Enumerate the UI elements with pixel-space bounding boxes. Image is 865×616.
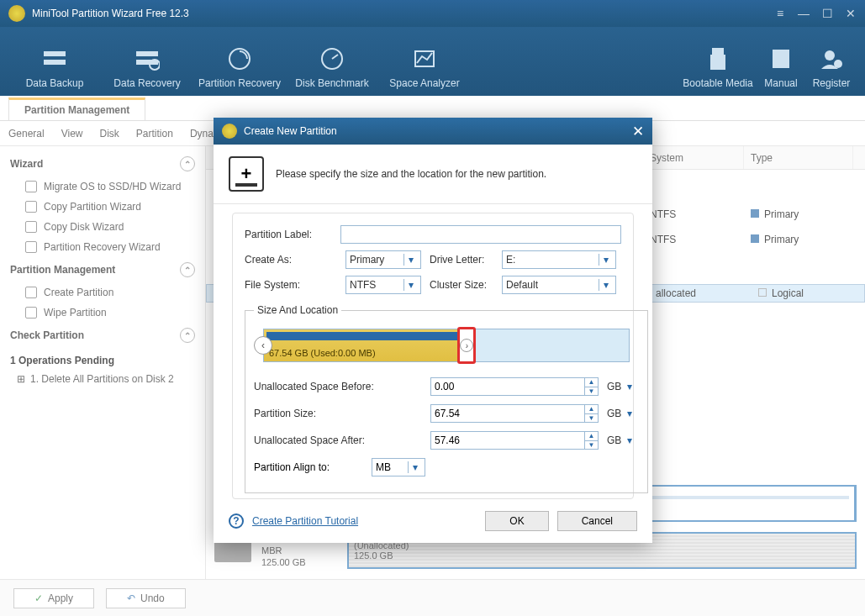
unit-dropdown[interactable]: ▾ <box>627 381 639 392</box>
tool-data-backup[interactable]: Data Backup <box>8 45 101 89</box>
svg-rect-0 <box>44 51 66 56</box>
svg-rect-10 <box>710 55 725 70</box>
svg-line-7 <box>332 55 338 59</box>
align-select[interactable]: MB▾ <box>372 458 425 476</box>
partition-size-input[interactable]: ▲▼ <box>430 404 599 423</box>
chevron-down-icon: ▾ <box>403 254 417 266</box>
titlebar: MiniTool Partition Wizard Free 12.3 ≡ — … <box>0 0 865 27</box>
backup-icon <box>41 45 68 72</box>
ok-button[interactable]: OK <box>485 511 548 531</box>
analyzer-icon <box>411 45 438 72</box>
dialog-title: Create New Partition <box>244 125 337 137</box>
label-align: Partition Align to: <box>254 461 372 473</box>
cancel-button[interactable]: Cancel <box>557 511 637 531</box>
svg-rect-2 <box>136 51 158 56</box>
minimize-button[interactable]: — <box>798 8 810 19</box>
spin-down-icon[interactable]: ▼ <box>585 387 598 396</box>
dialog-titlebar: Create New Partition ✕ <box>214 118 652 145</box>
slider-fill: 67.54 GB (Used:0.00 MB) <box>264 329 461 361</box>
chevron-down-icon: ▾ <box>599 254 612 266</box>
dialog-subtitle: Please specify the size and the location… <box>276 168 546 180</box>
tool-manual[interactable]: Manual <box>756 45 806 89</box>
create-partition-dialog: Create New Partition ✕ + Please specify … <box>214 118 652 543</box>
tool-register[interactable]: Register <box>806 45 857 89</box>
spin-down-icon[interactable]: ▼ <box>585 414 598 423</box>
slider-text: 67.54 GB (Used:0.00 MB) <box>269 348 376 358</box>
create-as-select[interactable]: Primary▾ <box>345 250 421 269</box>
slider-track[interactable]: 67.54 GB (Used:0.00 MB) › <box>263 329 630 362</box>
part-recovery-icon <box>226 45 253 72</box>
tool-space-analyzer[interactable]: Space Analyzer <box>378 45 471 89</box>
spin-up-icon[interactable]: ▲ <box>585 432 598 441</box>
size-slider[interactable]: ‹ 67.54 GB (Used:0.00 MB) › › <box>254 326 639 365</box>
spin-down-icon[interactable]: ▼ <box>585 441 598 450</box>
chevron-right-icon: › <box>460 339 473 352</box>
partition-add-icon: + <box>229 156 264 192</box>
app-title: MiniTool Partition Wizard Free 12.3 <box>32 8 774 19</box>
dialog-close-button[interactable]: ✕ <box>632 123 644 140</box>
label-file-system: File System: <box>245 279 345 291</box>
dialog-icon <box>222 124 237 139</box>
unalloc-before-input[interactable]: ▲▼ <box>430 377 599 396</box>
benchmark-icon <box>319 45 345 72</box>
spin-up-icon[interactable]: ▲ <box>585 405 598 414</box>
usb-icon <box>704 45 731 72</box>
drive-letter-select[interactable]: E:▾ <box>502 250 616 269</box>
menu-icon[interactable]: ≡ <box>774 8 786 19</box>
label-partition-size: Partition Size: <box>254 408 430 419</box>
tutorial-link[interactable]: Create Partition Tutorial <box>252 515 358 527</box>
unalloc-after-input[interactable]: ▲▼ <box>430 431 599 450</box>
label-drive-letter: Drive Letter: <box>430 254 502 266</box>
cluster-size-select[interactable]: Default▾ <box>502 276 616 294</box>
size-location-fieldset: Size And Location ‹ 67.54 GB (Used:0.00 … <box>245 304 648 493</box>
slider-left-button[interactable]: ‹ <box>254 336 272 355</box>
partition-label-input[interactable] <box>340 225 621 244</box>
recovery-icon <box>134 45 161 72</box>
label-cluster-size: Cluster Size: <box>430 279 502 291</box>
unit-dropdown[interactable]: ▾ <box>627 434 639 446</box>
help-icon[interactable]: ? <box>229 513 244 529</box>
label-unalloc-before: Unallocated Space Before: <box>254 381 430 392</box>
label-partition-label: Partition Label: <box>245 229 340 240</box>
unit-dropdown[interactable]: ▾ <box>627 408 639 419</box>
close-button[interactable]: ✕ <box>845 8 857 19</box>
toolbar: Data Backup Data Recovery Partition Reco… <box>0 27 865 96</box>
svg-point-13 <box>834 60 842 68</box>
svg-point-12 <box>825 50 835 61</box>
register-icon <box>818 45 845 72</box>
slider-handle[interactable]: › <box>457 327 476 364</box>
label-create-as: Create As: <box>245 254 345 266</box>
tool-bootable-media[interactable]: Bootable Media <box>680 45 756 89</box>
spin-up-icon[interactable]: ▲ <box>585 378 598 387</box>
chevron-down-icon: ▾ <box>403 279 417 291</box>
maximize-button[interactable]: ☐ <box>821 8 833 19</box>
file-system-select[interactable]: NTFS▾ <box>345 276 421 294</box>
tool-partition-recovery[interactable]: Partition Recovery <box>193 45 286 89</box>
tool-data-recovery[interactable]: Data Recovery <box>101 45 193 89</box>
app-logo-icon <box>8 5 25 22</box>
chevron-down-icon: ▾ <box>599 279 612 291</box>
chevron-down-icon: ▾ <box>408 461 421 473</box>
manual-icon <box>767 45 794 72</box>
size-legend: Size And Location <box>254 304 341 316</box>
svg-rect-9 <box>712 48 724 55</box>
tool-disk-benchmark[interactable]: Disk Benchmark <box>286 45 378 89</box>
label-unalloc-after: Unallocated Space After: <box>254 434 430 446</box>
svg-rect-11 <box>773 50 789 68</box>
svg-rect-1 <box>44 60 66 65</box>
